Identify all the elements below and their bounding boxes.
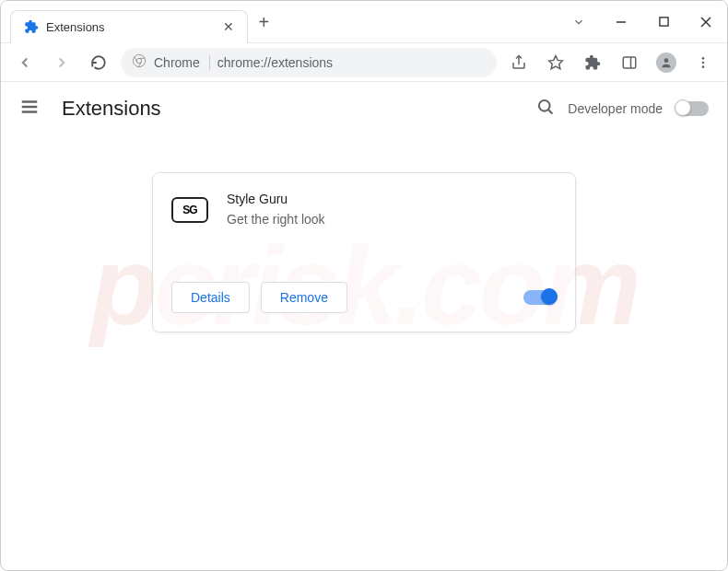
window-titlebar: Extensions ✕ + [1,1,727,43]
chrome-icon [132,53,147,71]
back-button[interactable] [10,48,40,77]
toggle-knob [675,99,691,116]
svg-point-20 [539,100,550,111]
svg-point-14 [702,57,705,60]
svg-rect-1 [659,17,667,26]
page-title: Extensions [62,97,161,121]
remove-button[interactable]: Remove [261,282,347,313]
header-right: Developer mode [536,98,709,120]
puzzle-icon [24,19,39,34]
close-window-button[interactable] [685,4,727,41]
extension-icon: SG [171,197,208,223]
tab-title: Extensions [46,20,105,34]
extension-description: Get the right look [227,212,325,227]
search-icon[interactable] [536,98,555,120]
toggle-knob [541,288,558,305]
tabs-dropdown-icon[interactable] [558,4,600,41]
minimize-button[interactable] [600,4,642,41]
extensions-list: SG Style Guru Get the right look Details… [1,135,727,332]
developer-mode-toggle[interactable] [675,101,709,116]
svg-rect-11 [623,57,636,68]
extension-info: Style Guru Get the right look [227,192,325,227]
page-header: Extensions Developer mode [1,82,727,135]
share-icon[interactable] [504,48,534,77]
svg-line-21 [548,110,553,114]
new-tab-button[interactable]: + [259,13,270,31]
window-controls [558,4,727,41]
hamburger-menu-icon[interactable] [19,97,40,121]
sidepanel-icon[interactable] [615,48,644,77]
profile-avatar[interactable] [652,48,681,77]
address-url: chrome://extensions [217,55,333,70]
extension-card-actions: Details Remove [171,282,557,313]
details-button[interactable]: Details [171,282,250,313]
forward-button[interactable] [47,48,76,77]
close-tab-icon[interactable]: ✕ [223,19,234,34]
address-prefix: Chrome [154,55,210,70]
address-bar[interactable]: Chrome chrome://extensions [121,48,497,77]
extension-enable-toggle[interactable] [523,290,557,305]
extensions-puzzle-icon[interactable] [578,48,607,77]
extension-card: SG Style Guru Get the right look Details… [152,172,576,332]
browser-tab[interactable]: Extensions ✕ [10,10,248,43]
extension-card-header: SG Style Guru Get the right look [171,192,557,227]
maximize-button[interactable] [642,4,685,41]
developer-mode-label: Developer mode [568,101,663,116]
reload-button[interactable] [84,48,113,77]
bookmark-star-icon[interactable] [541,48,570,77]
extension-name: Style Guru [227,192,325,206]
kebab-menu-icon[interactable] [688,48,718,77]
browser-toolbar: Chrome chrome://extensions [1,43,727,82]
svg-point-15 [702,61,705,64]
svg-marker-10 [549,55,563,68]
svg-point-13 [664,58,669,63]
svg-point-16 [702,65,705,68]
avatar-icon [656,52,676,73]
